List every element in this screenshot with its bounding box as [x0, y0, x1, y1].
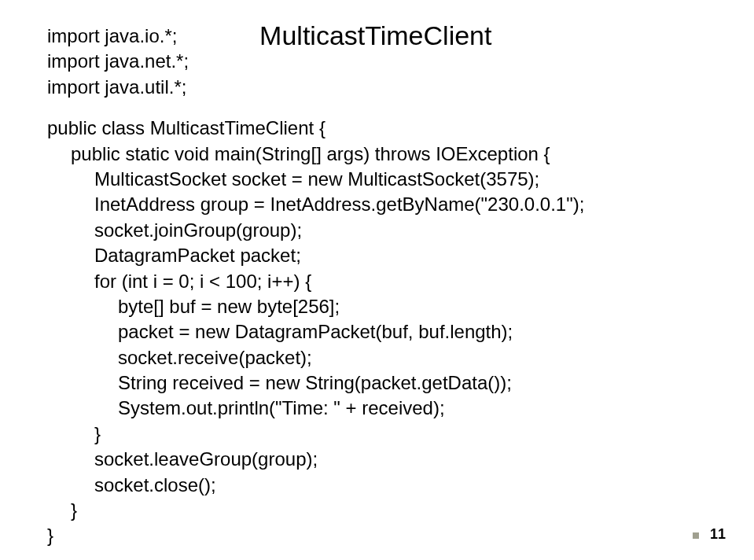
- slide: import java.io.*; import java.net.*; imp…: [0, 0, 754, 560]
- import-line: import java.net.*;: [47, 49, 189, 74]
- code-block: public class MulticastTimeClient { publi…: [47, 116, 707, 549]
- header-row: import java.io.*; import java.net.*; imp…: [47, 24, 707, 100]
- imports-block: import java.io.*; import java.net.*; imp…: [47, 24, 189, 100]
- code-line: }: [47, 422, 707, 447]
- code-line: socket.leaveGroup(group);: [47, 447, 707, 472]
- code-line: String received = new String(packet.getD…: [47, 370, 707, 396]
- code-line: public static void main(String[] args) t…: [47, 142, 707, 167]
- code-line: socket.receive(packet);: [47, 345, 707, 370]
- code-line: for (int i = 0; i < 100; i++) {: [47, 269, 707, 294]
- code-line: packet = new DatagramPacket(buf, buf.len…: [47, 319, 707, 344]
- code-line: MulticastSocket socket = new MulticastSo…: [47, 167, 707, 192]
- page-number: 11: [710, 526, 726, 543]
- code-line: socket.joinGroup(group);: [47, 218, 707, 243]
- slide-title: MulticastTimeClient: [259, 20, 491, 51]
- code-line: public class MulticastTimeClient {: [47, 116, 707, 141]
- import-line: import java.io.*;: [47, 24, 189, 49]
- code-line: socket.close();: [47, 473, 707, 498]
- code-line: System.out.println("Time: " + received);: [47, 396, 707, 421]
- code-line: InetAddress group = InetAddress.getByNam…: [47, 192, 707, 217]
- code-line: DatagramPacket packet;: [47, 243, 707, 268]
- code-line: }: [47, 523, 707, 548]
- footer-bullet-icon: [693, 532, 699, 539]
- code-line: byte[] buf = new byte[256];: [47, 294, 707, 319]
- code-line: }: [47, 498, 707, 523]
- import-line: import java.util.*;: [47, 75, 189, 100]
